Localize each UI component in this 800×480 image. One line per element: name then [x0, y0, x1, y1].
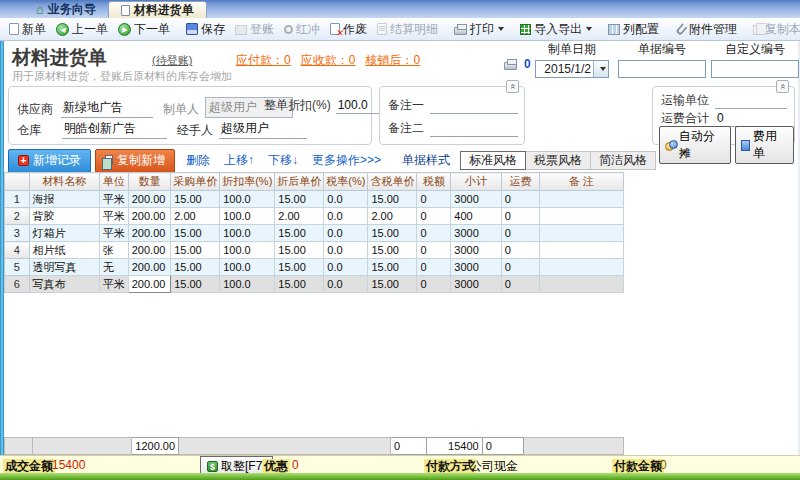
cell-freight[interactable]: 0 — [501, 191, 540, 208]
cell-name[interactable]: 写真布 — [29, 276, 99, 293]
cell-qty[interactable]: 200.00 — [128, 191, 170, 208]
cell-price[interactable]: 15.00 — [171, 259, 220, 276]
cell-subtotal[interactable]: 3000 — [451, 276, 501, 293]
cell-freight[interactable]: 0 — [501, 259, 540, 276]
status-tag[interactable]: (待登账) — [152, 53, 192, 68]
chevron-down-icon[interactable] — [586, 27, 592, 31]
cell-freight[interactable]: 0 — [501, 208, 540, 225]
cell-qty[interactable]: 200.00 — [128, 259, 170, 276]
cell-unit[interactable]: 平米 — [99, 208, 128, 225]
cell-subtotal[interactable]: 3000 — [451, 242, 501, 259]
cell-unit[interactable]: 平米 — [99, 191, 128, 208]
column-header-freight[interactable]: 运费 — [501, 173, 540, 191]
table-row[interactable]: 1海报平米200.0015.00100.015.000.015.00030000 — [5, 191, 624, 208]
table-row[interactable]: 5透明写真无200.0015.00100.015.000.015.0003000… — [5, 259, 624, 276]
column-header-unit[interactable]: 单位 — [99, 173, 128, 191]
cell-tax-price[interactable]: 15.00 — [368, 276, 417, 293]
cell-tax[interactable]: 0 — [417, 225, 451, 242]
cell-freight[interactable]: 0 — [501, 242, 540, 259]
toolbar-void-button[interactable]: 作废 — [325, 20, 372, 39]
link-receivable[interactable]: 应收款：0 — [301, 53, 356, 67]
cell-price[interactable]: 15.00 — [171, 242, 220, 259]
cell-price[interactable]: 15.00 — [171, 191, 220, 208]
cell-tax[interactable]: 0 — [417, 259, 451, 276]
toolbar-next-button[interactable]: 下一单 — [113, 20, 175, 39]
cell-subtotal[interactable]: 3000 — [451, 225, 501, 242]
cell-discounted-price[interactable]: 15.00 — [275, 259, 324, 276]
cell-discounted-price[interactable]: 15.00 — [275, 276, 324, 293]
date-dropdown-button[interactable] — [593, 61, 608, 77]
cell-tax-rate[interactable]: 0.0 — [324, 191, 368, 208]
toolbar-save-button[interactable]: 保存 — [181, 20, 230, 39]
freight-total-value[interactable]: 0 — [715, 111, 787, 127]
cell-discounted-price[interactable]: 15.00 — [275, 225, 324, 242]
supplier-value[interactable]: 新绿地广告 — [61, 99, 153, 118]
cell-name[interactable]: 海报 — [29, 191, 99, 208]
table-row[interactable]: 2背胶平米200.002.00100.02.000.02.0004000 — [5, 208, 624, 225]
chevron-down-icon[interactable] — [498, 27, 504, 31]
cell-remark[interactable] — [540, 242, 624, 259]
style-button-simple[interactable]: 简洁风格 — [591, 151, 656, 170]
column-header-tax-price[interactable]: 含税单价 — [368, 173, 417, 191]
cell-discount-rate[interactable]: 100.0 — [220, 259, 275, 276]
handler-value[interactable]: 超级用户 — [219, 120, 307, 139]
collapse-remarks-button[interactable]: « — [506, 80, 519, 93]
cell-unit[interactable]: 张 — [99, 242, 128, 259]
cell-subtotal[interactable]: 3000 — [451, 259, 501, 276]
column-header-subtotal[interactable]: 小计 — [451, 173, 501, 191]
cell-qty[interactable]: 200.00 — [128, 276, 170, 293]
action-link-more-operations[interactable]: 更多操作>>> — [312, 153, 381, 167]
cell-discount-rate[interactable]: 100.0 — [220, 242, 275, 259]
cell-discount-rate[interactable]: 100.0 — [220, 208, 275, 225]
cell-tax-rate[interactable]: 0.0 — [324, 276, 368, 293]
column-header-tax-rate[interactable]: 税率(%) — [324, 173, 368, 191]
column-header-remark[interactable]: 备 注 — [540, 173, 624, 191]
cell-unit[interactable]: 平米 — [99, 225, 128, 242]
cell-discount-rate[interactable]: 100.0 — [220, 191, 275, 208]
style-button-standard[interactable]: 标准风格 — [460, 151, 526, 170]
column-header-name[interactable]: 材料名称 — [29, 173, 99, 191]
cell-discounted-price[interactable]: 15.00 — [275, 242, 324, 259]
cell-name[interactable]: 相片纸 — [29, 242, 99, 259]
cell-tax-price[interactable]: 15.00 — [368, 242, 417, 259]
cell-qty[interactable]: 200.00 — [128, 225, 170, 242]
cell-remark[interactable] — [540, 259, 624, 276]
action-link-move-down[interactable]: 下移↓ — [268, 153, 298, 167]
table-row[interactable]: 6写真布平米200.0015.00100.015.000.015.0003000… — [5, 276, 624, 293]
link-payable[interactable]: 应付款：0 — [236, 53, 291, 67]
table-row[interactable]: 3灯箱片平米200.0015.00100.015.000.015.0003000… — [5, 225, 624, 242]
cell-name[interactable]: 透明写真 — [29, 259, 99, 276]
remark2-value[interactable] — [430, 135, 518, 137]
remark1-value[interactable] — [430, 112, 518, 114]
cell-discounted-price[interactable]: 2.00 — [275, 208, 324, 225]
column-header-discounted-price[interactable]: 折后单价 — [275, 173, 324, 191]
cell-discounted-price[interactable]: 15.00 — [275, 191, 324, 208]
cell-tax[interactable]: 0 — [417, 276, 451, 293]
doc-number-input[interactable] — [619, 61, 705, 77]
cell-subtotal[interactable]: 400 — [451, 208, 501, 225]
table-row[interactable]: 4相片纸张200.0015.00100.015.000.015.00030000 — [5, 242, 624, 259]
cell-tax-rate[interactable]: 0.0 — [324, 242, 368, 259]
cell-discount-rate[interactable]: 100.0 — [220, 276, 275, 293]
cell-price[interactable]: 15.00 — [171, 225, 220, 242]
column-header-qty[interactable]: 数量 — [128, 173, 170, 191]
toolbar-new-button[interactable]: 新单 — [4, 20, 51, 39]
toolbar-column-config-button[interactable]: 列配置 — [603, 20, 664, 39]
cell-price[interactable]: 2.00 — [171, 208, 220, 225]
cell-tax[interactable]: 0 — [417, 242, 451, 259]
link-after-writeoff[interactable]: 核销后：0 — [365, 53, 420, 67]
pay-amount-value[interactable]: 0 — [660, 458, 667, 472]
cell-tax-price[interactable]: 15.00 — [368, 225, 417, 242]
cell-remark[interactable] — [540, 191, 624, 208]
action-link-move-up[interactable]: 上移↑ — [224, 153, 254, 167]
cell-tax-price[interactable]: 2.00 — [368, 208, 417, 225]
cell-tax-rate[interactable]: 0.0 — [324, 208, 368, 225]
cell-freight[interactable]: 0 — [501, 225, 540, 242]
cell-subtotal[interactable]: 3000 — [451, 191, 501, 208]
cell-tax-rate[interactable]: 0.0 — [324, 225, 368, 242]
toolbar-attachments-button[interactable]: 附件管理 — [670, 20, 742, 39]
cell-qty[interactable]: 200.00 — [128, 242, 170, 259]
add-record-button[interactable]: + 新增记录 — [8, 149, 91, 173]
cell-freight[interactable]: 0 — [501, 276, 540, 293]
cell-remark[interactable] — [540, 208, 624, 225]
